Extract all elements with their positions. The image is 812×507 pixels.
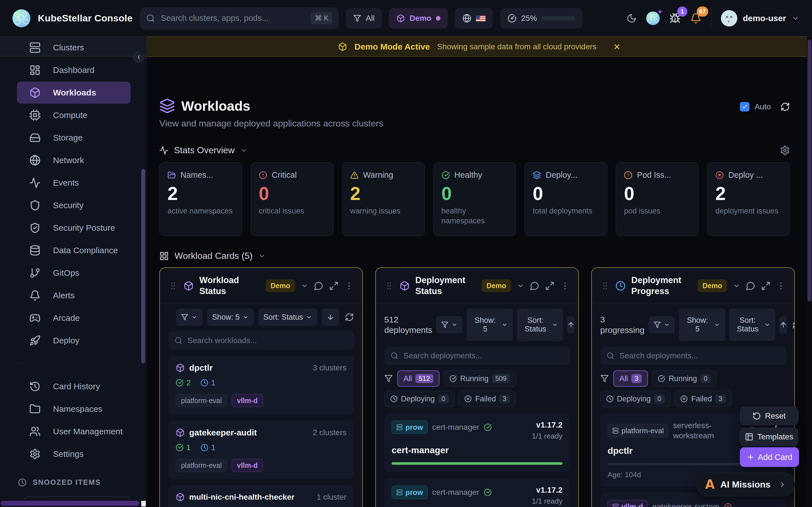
sidebar-item-storage[interactable]: Storage: [17, 127, 131, 149]
add-card-button[interactable]: Add Card: [740, 447, 799, 467]
workload-cards-header[interactable]: Workload Cards (5): [159, 251, 790, 261]
templates-button[interactable]: Templates: [740, 428, 799, 446]
expand-icon[interactable]: [545, 281, 555, 291]
kebab-menu-icon[interactable]: [776, 281, 786, 291]
drag-handle-icon[interactable]: [384, 281, 394, 291]
deployments-search-input[interactable]: [619, 351, 779, 360]
sidebar-item-arcade[interactable]: Arcade: [17, 307, 131, 329]
filter-pill-all[interactable]: All3: [613, 371, 648, 387]
filter-all-button[interactable]: All: [346, 8, 382, 29]
deployment-row-cainjector[interactable]: prow cert-manager v1.17.2 1/1 ready cert…: [384, 478, 570, 507]
sidebar-item-user-management[interactable]: User Management: [17, 420, 131, 443]
stat-card-namespaces[interactable]: Names... 2 active namespaces: [159, 162, 242, 236]
tag-vllm-d[interactable]: vllm-d: [232, 394, 263, 407]
workloads-search[interactable]: [168, 332, 354, 349]
deployments-search-input[interactable]: [403, 351, 564, 360]
workload-row-gatekeeper-audit[interactable]: gatekeeper-audit 2 clusters 1 1 platform…: [168, 420, 354, 479]
filter-pill-all[interactable]: All512: [397, 371, 440, 387]
sort-direction-button[interactable]: [779, 316, 787, 334]
filter-pill-failed[interactable]: Failed3: [458, 391, 516, 407]
workloads-search-input[interactable]: [188, 336, 348, 345]
kebab-menu-icon[interactable]: [560, 281, 570, 291]
sort-direction-button[interactable]: [567, 316, 575, 334]
filter-pill-deploying[interactable]: Deploying0: [600, 391, 670, 407]
deployments-search[interactable]: [600, 347, 786, 365]
show-dropdown-button[interactable]: Show: 5: [679, 308, 725, 341]
filter-pill-running[interactable]: Running0: [652, 371, 717, 387]
assistant-sphere-icon[interactable]: ✦: [646, 11, 660, 25]
stats-settings-button[interactable]: [780, 145, 790, 156]
sidebar-item-security[interactable]: Security: [17, 194, 131, 216]
sort-dropdown-button[interactable]: Sort: Status: [258, 308, 317, 326]
stat-card-pod-issues[interactable]: Pod Iss... 0 pod issues: [616, 162, 699, 236]
stats-overview-header[interactable]: Stats Overview: [159, 145, 790, 156]
auto-checkbox[interactable]: [740, 102, 749, 112]
sidebar-item-clusters[interactable]: Clusters: [17, 37, 131, 59]
global-search-input[interactable]: [161, 13, 305, 23]
stat-card-deployment-issues[interactable]: Deploy ... 2 deployment issues: [707, 162, 790, 236]
sidebar-item-compute[interactable]: Compute: [17, 104, 131, 126]
drag-handle-icon[interactable]: [600, 281, 610, 291]
refresh-button[interactable]: [780, 102, 790, 112]
tag-vllm-d[interactable]: vllm-d: [232, 459, 263, 472]
comment-icon[interactable]: [530, 281, 539, 291]
kebab-menu-icon[interactable]: [344, 281, 354, 291]
comment-icon[interactable]: [746, 281, 755, 291]
drag-handle-icon[interactable]: [168, 281, 178, 291]
sort-dropdown-button[interactable]: Sort: Status: [729, 308, 775, 341]
sidebar-item-deploy[interactable]: Deploy: [17, 330, 131, 351]
debug-button[interactable]: 1: [669, 13, 680, 24]
sidebar-item-settings[interactable]: Settings: [17, 443, 131, 465]
sidebar-item-alerts[interactable]: Alerts: [17, 284, 131, 306]
filter-pill-deploying[interactable]: Deploying0: [384, 391, 455, 407]
sidebar-vertical-scrollbar[interactable]: [141, 169, 145, 363]
tag-platform-eval[interactable]: platform-eval: [175, 459, 227, 472]
sidebar-item-card-history[interactable]: Card History: [17, 376, 131, 397]
filter-dropdown-button[interactable]: [436, 316, 463, 334]
sort-dropdown-button[interactable]: Sort: Status: [517, 308, 563, 341]
banner-close-button[interactable]: ✕: [613, 42, 620, 52]
stat-card-healthy[interactable]: Healthy 0 healthy namespaces: [434, 162, 516, 236]
stat-card-critical[interactable]: Critical 0 critical issues: [251, 162, 334, 236]
theme-toggle-button[interactable]: [626, 13, 637, 23]
sidebar-item-security-posture[interactable]: Security Posture: [17, 217, 131, 239]
stat-card-deployments[interactable]: Deploy... 0 total deployments: [524, 162, 607, 236]
expand-icon[interactable]: [761, 281, 770, 291]
sort-direction-button[interactable]: [322, 308, 339, 326]
sidebar-item-data-compliance[interactable]: Data Compliance: [17, 239, 131, 262]
reset-button[interactable]: Reset: [740, 407, 799, 425]
filter-pill-failed[interactable]: Failed3: [674, 391, 732, 407]
stat-card-warning[interactable]: Warning 2 warning issues: [342, 162, 425, 236]
show-dropdown-button[interactable]: Show: 5: [467, 308, 513, 341]
filter-dropdown-button[interactable]: [649, 316, 675, 334]
page-scrollbar[interactable]: [807, 37, 812, 507]
refresh-icon[interactable]: [792, 320, 795, 329]
sidebar-item-dashboard[interactable]: Dashboard: [17, 59, 131, 81]
deployments-search[interactable]: [384, 347, 570, 365]
chevron-down-icon[interactable]: [733, 282, 740, 290]
show-dropdown-button[interactable]: Show: 5: [207, 308, 254, 326]
sidebar-item-workloads[interactable]: Workloads: [17, 82, 131, 104]
user-menu[interactable]: demo-user: [721, 10, 800, 26]
workload-row-multi-nic[interactable]: multi-nic-cni-health-checker 1 cluster 1: [168, 485, 354, 507]
sidebar-item-network[interactable]: Network: [17, 149, 131, 171]
sidebar-item-namespaces[interactable]: Namespaces: [17, 398, 131, 420]
filter-pill-running[interactable]: Running509: [444, 371, 516, 387]
page-scrollbar-thumb[interactable]: [808, 40, 811, 301]
tag-platform-eval[interactable]: platform-eval: [175, 394, 227, 407]
chevron-down-icon[interactable]: [517, 282, 524, 290]
sidebar-item-gitops[interactable]: GitOps: [17, 262, 131, 284]
refresh-icon[interactable]: [345, 313, 354, 322]
demo-mode-button[interactable]: Demo: [389, 8, 448, 29]
filter-dropdown-button[interactable]: [176, 308, 202, 326]
expand-icon[interactable]: [329, 281, 339, 291]
sidebar-collapse-button[interactable]: [133, 52, 144, 63]
ai-missions-button[interactable]: A AI Missions: [696, 473, 795, 496]
deployment-row-cert-manager[interactable]: prow cert-manager v1.17.2 1/1 ready cert…: [384, 413, 570, 472]
comment-icon[interactable]: [314, 281, 323, 291]
workload-row-dpctlr[interactable]: dpctlr 3 clusters 2 1 platform-eval vllm…: [168, 356, 354, 414]
sidebar-item-events[interactable]: Events: [17, 172, 131, 194]
notifications-button[interactable]: 67: [690, 13, 702, 24]
sidebar-horizontal-scrollbar[interactable]: [1, 501, 139, 506]
language-button[interactable]: [455, 8, 493, 29]
